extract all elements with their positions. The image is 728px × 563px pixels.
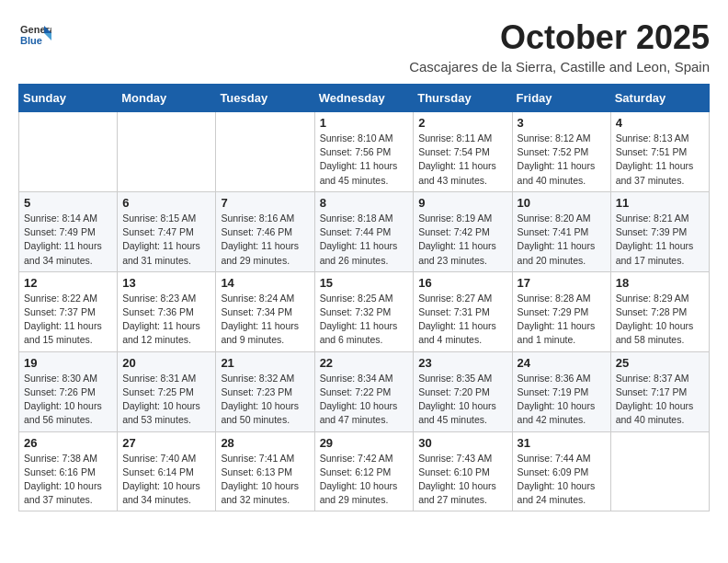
calendar-cell: 19Sunrise: 8:30 AM Sunset: 7:26 PM Dayli… — [19, 351, 118, 431]
day-info: Sunrise: 8:25 AM Sunset: 7:32 PM Dayligh… — [320, 292, 409, 348]
day-info: Sunrise: 8:34 AM Sunset: 7:22 PM Dayligh… — [320, 372, 409, 428]
day-info: Sunrise: 8:30 AM Sunset: 7:26 PM Dayligh… — [24, 372, 112, 428]
day-info: Sunrise: 8:22 AM Sunset: 7:37 PM Dayligh… — [24, 292, 112, 348]
calendar-cell: 1Sunrise: 8:10 AM Sunset: 7:56 PM Daylig… — [314, 112, 414, 192]
calendar-table: SundayMondayTuesdayWednesdayThursdayFrid… — [18, 84, 710, 511]
day-info: Sunrise: 7:38 AM Sunset: 6:16 PM Dayligh… — [24, 452, 112, 508]
day-info: Sunrise: 8:11 AM Sunset: 7:54 PM Dayligh… — [418, 132, 506, 188]
calendar-cell: 30Sunrise: 7:43 AM Sunset: 6:10 PM Dayli… — [414, 431, 512, 511]
day-info: Sunrise: 8:14 AM Sunset: 7:49 PM Dayligh… — [24, 212, 112, 268]
calendar-cell: 24Sunrise: 8:36 AM Sunset: 7:19 PM Dayli… — [512, 351, 610, 431]
day-number: 22 — [320, 356, 409, 370]
day-number: 21 — [221, 356, 309, 370]
calendar-cell: 25Sunrise: 8:37 AM Sunset: 7:17 PM Dayli… — [610, 351, 709, 431]
day-info: Sunrise: 8:31 AM Sunset: 7:25 PM Dayligh… — [122, 372, 210, 428]
day-info: Sunrise: 8:35 AM Sunset: 7:20 PM Dayligh… — [418, 372, 506, 428]
day-info: Sunrise: 8:32 AM Sunset: 7:23 PM Dayligh… — [221, 372, 309, 428]
svg-text:Blue: Blue — [20, 35, 42, 46]
day-number: 19 — [24, 356, 112, 370]
day-number: 2 — [418, 116, 506, 130]
week-row-5: 26Sunrise: 7:38 AM Sunset: 6:16 PM Dayli… — [19, 431, 710, 511]
month-title: October 2025 — [409, 18, 710, 57]
weekday-header-sunday: Sunday — [19, 85, 118, 112]
day-info: Sunrise: 8:15 AM Sunset: 7:47 PM Dayligh… — [122, 212, 210, 268]
day-info: Sunrise: 7:43 AM Sunset: 6:10 PM Dayligh… — [418, 452, 506, 508]
calendar-cell: 8Sunrise: 8:18 AM Sunset: 7:44 PM Daylig… — [314, 191, 414, 271]
calendar-cell: 6Sunrise: 8:15 AM Sunset: 7:47 PM Daylig… — [118, 191, 216, 271]
calendar-cell: 27Sunrise: 7:40 AM Sunset: 6:14 PM Dayli… — [118, 431, 216, 511]
day-info: Sunrise: 8:10 AM Sunset: 7:56 PM Dayligh… — [320, 132, 409, 188]
week-row-4: 19Sunrise: 8:30 AM Sunset: 7:26 PM Dayli… — [19, 351, 710, 431]
day-info: Sunrise: 7:42 AM Sunset: 6:12 PM Dayligh… — [320, 452, 409, 508]
day-info: Sunrise: 8:23 AM Sunset: 7:36 PM Dayligh… — [122, 292, 210, 348]
day-number: 3 — [518, 116, 606, 130]
svg-marker-3 — [44, 33, 51, 40]
page-header: General Blue October 2025 Cascajares de … — [18, 18, 710, 75]
day-number: 29 — [320, 436, 409, 450]
calendar-cell: 12Sunrise: 8:22 AM Sunset: 7:37 PM Dayli… — [19, 271, 118, 351]
calendar-cell: 16Sunrise: 8:27 AM Sunset: 7:31 PM Dayli… — [414, 271, 512, 351]
calendar-cell: 20Sunrise: 8:31 AM Sunset: 7:25 PM Dayli… — [118, 351, 216, 431]
day-info: Sunrise: 7:44 AM Sunset: 6:09 PM Dayligh… — [518, 452, 606, 508]
calendar-cell: 31Sunrise: 7:44 AM Sunset: 6:09 PM Dayli… — [512, 431, 610, 511]
day-info: Sunrise: 8:36 AM Sunset: 7:19 PM Dayligh… — [518, 372, 606, 428]
logo: General Blue — [18, 18, 51, 52]
calendar-cell: 18Sunrise: 8:29 AM Sunset: 7:28 PM Dayli… — [610, 271, 709, 351]
calendar-cell: 22Sunrise: 8:34 AM Sunset: 7:22 PM Dayli… — [314, 351, 414, 431]
calendar-cell: 21Sunrise: 8:32 AM Sunset: 7:23 PM Dayli… — [216, 351, 314, 431]
day-number: 27 — [122, 436, 210, 450]
title-block: October 2025 Cascajares de la Sierra, Ca… — [409, 18, 710, 75]
logo-icon: General Blue — [18, 18, 51, 52]
week-row-2: 5Sunrise: 8:14 AM Sunset: 7:49 PM Daylig… — [19, 191, 710, 271]
day-number: 13 — [122, 276, 210, 290]
day-number: 4 — [616, 116, 704, 130]
day-number: 5 — [24, 196, 112, 210]
day-info: Sunrise: 8:27 AM Sunset: 7:31 PM Dayligh… — [418, 292, 506, 348]
calendar-cell: 7Sunrise: 8:16 AM Sunset: 7:46 PM Daylig… — [216, 191, 314, 271]
day-number: 20 — [122, 356, 210, 370]
calendar-cell: 17Sunrise: 8:28 AM Sunset: 7:29 PM Dayli… — [512, 271, 610, 351]
calendar-cell: 5Sunrise: 8:14 AM Sunset: 7:49 PM Daylig… — [19, 191, 118, 271]
day-info: Sunrise: 8:20 AM Sunset: 7:41 PM Dayligh… — [518, 212, 606, 268]
weekday-header-monday: Monday — [118, 85, 216, 112]
day-number: 24 — [518, 356, 606, 370]
calendar-cell — [19, 112, 118, 192]
calendar-cell: 4Sunrise: 8:13 AM Sunset: 7:51 PM Daylig… — [610, 112, 709, 192]
calendar-cell — [610, 431, 709, 511]
weekday-header-row: SundayMondayTuesdayWednesdayThursdayFrid… — [19, 85, 710, 112]
calendar-cell: 14Sunrise: 8:24 AM Sunset: 7:34 PM Dayli… — [216, 271, 314, 351]
weekday-header-saturday: Saturday — [610, 85, 709, 112]
day-number: 23 — [418, 356, 506, 370]
location: Cascajares de la Sierra, Castille and Le… — [409, 59, 710, 75]
day-number: 9 — [418, 196, 506, 210]
day-number: 25 — [616, 356, 704, 370]
weekday-header-thursday: Thursday — [414, 85, 512, 112]
week-row-1: 1Sunrise: 8:10 AM Sunset: 7:56 PM Daylig… — [19, 112, 710, 192]
day-info: Sunrise: 8:13 AM Sunset: 7:51 PM Dayligh… — [616, 132, 704, 188]
day-number: 28 — [221, 436, 309, 450]
calendar-cell: 23Sunrise: 8:35 AM Sunset: 7:20 PM Dayli… — [414, 351, 512, 431]
calendar-cell: 10Sunrise: 8:20 AM Sunset: 7:41 PM Dayli… — [512, 191, 610, 271]
day-number: 1 — [320, 116, 409, 130]
calendar-cell: 29Sunrise: 7:42 AM Sunset: 6:12 PM Dayli… — [314, 431, 414, 511]
calendar-cell: 11Sunrise: 8:21 AM Sunset: 7:39 PM Dayli… — [610, 191, 709, 271]
calendar-cell — [118, 112, 216, 192]
calendar-cell: 3Sunrise: 8:12 AM Sunset: 7:52 PM Daylig… — [512, 112, 610, 192]
calendar-cell: 28Sunrise: 7:41 AM Sunset: 6:13 PM Dayli… — [216, 431, 314, 511]
weekday-header-tuesday: Tuesday — [216, 85, 314, 112]
day-info: Sunrise: 7:40 AM Sunset: 6:14 PM Dayligh… — [122, 452, 210, 508]
day-info: Sunrise: 8:37 AM Sunset: 7:17 PM Dayligh… — [616, 372, 704, 428]
day-number: 11 — [616, 196, 704, 210]
day-number: 17 — [518, 276, 606, 290]
day-number: 7 — [221, 196, 309, 210]
calendar-cell: 15Sunrise: 8:25 AM Sunset: 7:32 PM Dayli… — [314, 271, 414, 351]
day-number: 6 — [122, 196, 210, 210]
day-number: 18 — [616, 276, 704, 290]
day-info: Sunrise: 8:28 AM Sunset: 7:29 PM Dayligh… — [518, 292, 606, 348]
day-number: 16 — [418, 276, 506, 290]
day-info: Sunrise: 8:29 AM Sunset: 7:28 PM Dayligh… — [616, 292, 704, 348]
day-number: 10 — [518, 196, 606, 210]
day-info: Sunrise: 8:19 AM Sunset: 7:42 PM Dayligh… — [418, 212, 506, 268]
day-info: Sunrise: 8:12 AM Sunset: 7:52 PM Dayligh… — [518, 132, 606, 188]
calendar-cell: 9Sunrise: 8:19 AM Sunset: 7:42 PM Daylig… — [414, 191, 512, 271]
